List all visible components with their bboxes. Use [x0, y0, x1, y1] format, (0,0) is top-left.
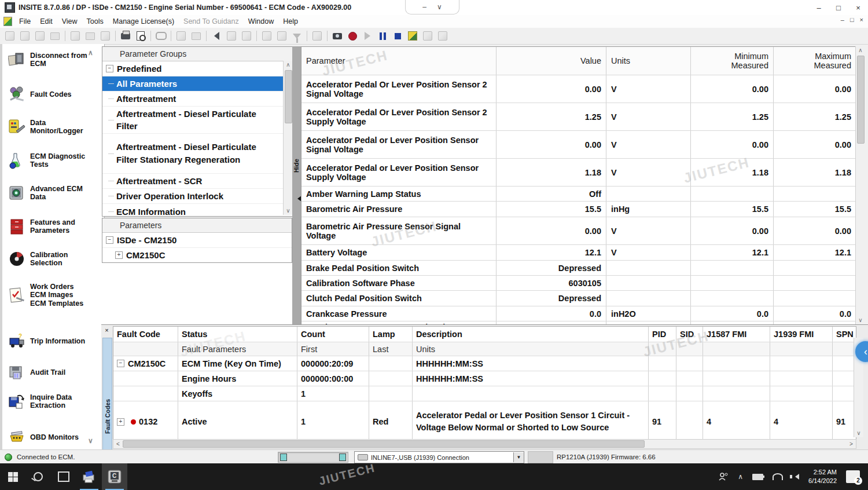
task-view-button[interactable]: [51, 463, 76, 490]
sidebar-item-features-parameters[interactable]: Features and Parameters: [8, 218, 97, 235]
menu-manage-licenses[interactable]: Manage License(s): [108, 16, 179, 27]
parameter-groups-scrollbar[interactable]: ∧ ∨: [283, 61, 293, 215]
column-header-minimum[interactable]: Minimum Measured: [691, 47, 774, 75]
tab-expand-button[interactable]: ∨: [437, 3, 442, 11]
tree-node-isde-cm2150[interactable]: − ISDe - CM2150: [102, 233, 292, 248]
connect-icon[interactable]: [189, 30, 203, 42]
column-header-j1587-fmi[interactable]: J1587 FMI: [703, 327, 770, 342]
minimize-button[interactable]: –: [809, 1, 829, 14]
cut-icon[interactable]: [68, 30, 82, 42]
close-button[interactable]: ×: [848, 1, 868, 14]
pause-icon[interactable]: [376, 30, 389, 42]
notification-center-icon[interactable]: 2: [846, 470, 860, 483]
tree-node-all-parameters[interactable]: All Parameters: [102, 76, 293, 92]
sidebar-item-data-monitor-logger[interactable]: Data Monitor/Logger: [8, 118, 97, 136]
table-row[interactable]: Accelerator Pedal Or Lever Position Sens…: [301, 75, 856, 103]
tree-node-aftertreatment-dpf[interactable]: Aftertreatment - Diesel Particulate Filt…: [102, 107, 293, 134]
filter-icon[interactable]: [290, 30, 304, 42]
print-icon[interactable]: [119, 30, 133, 42]
scroll-down-icon[interactable]: ∨: [856, 316, 865, 324]
scroll-up-icon[interactable]: ∧: [856, 46, 865, 54]
table-row[interactable]: Accelerator Pedal or Lever Position Sens…: [301, 131, 856, 159]
tree-node-aftertreatment-dpf-stationary[interactable]: Aftertreatment - Diesel Particulate Filt…: [102, 134, 293, 174]
menu-edit[interactable]: Edit: [35, 16, 57, 27]
table-row[interactable]: Calibration Software Phase 6030105: [301, 276, 856, 291]
tree-node-aftertreatment-scr[interactable]: Aftertreatment - SCR: [102, 174, 293, 189]
sidebar-item-fault-codes[interactable]: Fault Codes: [8, 86, 97, 103]
scrollbar-thumb[interactable]: [857, 56, 865, 144]
column-header-parameter[interactable]: Parameter: [301, 47, 496, 75]
taskbar-app-insite[interactable]: C: [102, 463, 127, 490]
restore-icon[interactable]: [18, 30, 32, 42]
battery-icon[interactable]: [752, 474, 763, 480]
expand-expander-icon[interactable]: +: [117, 418, 124, 426]
table-row[interactable]: Barometric Air Pressure Sensor Signal Vo…: [301, 217, 856, 245]
scroll-left-icon[interactable]: <: [113, 441, 123, 447]
maximize-button[interactable]: □: [829, 1, 848, 14]
mdi-close-button[interactable]: ×: [860, 16, 863, 23]
sidebar-item-obd-monitors[interactable]: OBD Monitors: [8, 429, 97, 446]
reset-icon[interactable]: [3, 30, 17, 42]
workorder-image-icon[interactable]: [48, 30, 62, 42]
column-header-value[interactable]: Value: [496, 47, 606, 75]
stop-icon[interactable]: [391, 30, 404, 42]
scrollbar-thumb[interactable]: [123, 440, 645, 448]
sidebar-item-inquire-data-extraction[interactable]: Inquire Data Extraction: [8, 393, 97, 410]
parameter-table-scrollbar[interactable]: ∧ ∨: [855, 46, 865, 324]
column-header-maximum[interactable]: Maximum Measured: [774, 47, 856, 75]
taskbar-app-print-utility[interactable]: [76, 463, 102, 490]
tab-collapse-button[interactable]: –: [422, 3, 426, 11]
view-report-icon[interactable]: [436, 30, 450, 42]
export-icon[interactable]: [260, 30, 274, 42]
new-page-icon[interactable]: [310, 30, 324, 42]
tree-node-predefined[interactable]: − Predefined: [102, 61, 293, 76]
menu-help[interactable]: Help: [278, 16, 303, 27]
column-header-lamp[interactable]: Lamp: [369, 327, 413, 342]
snapshot-settings-icon[interactable]: [406, 30, 420, 42]
sidebar-item-disconnect-ecm[interactable]: Disconnect from ECM: [8, 51, 97, 68]
menu-tools[interactable]: Tools: [82, 16, 108, 27]
ecm-image-icon[interactable]: [225, 30, 238, 42]
scroll-up-icon[interactable]: ∧: [284, 61, 293, 69]
collapse-expander-icon[interactable]: −: [117, 360, 124, 367]
wifi-icon[interactable]: [773, 473, 783, 480]
paste-icon[interactable]: [98, 30, 112, 42]
scroll-right-icon[interactable]: >: [847, 441, 856, 447]
table-row[interactable]: Barometric Air Pressure 15.5 inHg 15.5 1…: [301, 202, 856, 217]
fault-table-hscrollbar[interactable]: < >: [113, 439, 856, 449]
mdi-minimize-button[interactable]: –: [841, 16, 844, 23]
fault-group-row[interactable]: Keyoffs 1: [113, 386, 856, 401]
app-system-icon[interactable]: [5, 2, 15, 13]
table-row[interactable]: Accelerator Pedal or Lever Position Sens…: [301, 159, 856, 187]
sidebar-item-audit-trail[interactable]: Audit Trail: [8, 364, 97, 381]
view-grid-icon[interactable]: [421, 30, 435, 42]
tree-node-aftertreatment[interactable]: Aftertreatment: [102, 92, 293, 107]
import-icon[interactable]: [275, 30, 289, 42]
scroll-down-icon[interactable]: ∨: [284, 207, 293, 215]
menu-file[interactable]: File: [14, 16, 35, 27]
column-header-pid[interactable]: PID: [649, 327, 676, 342]
column-header-units[interactable]: Units: [606, 47, 691, 75]
audio-alert-icon[interactable]: [209, 30, 223, 42]
sidebar-item-calibration-selection[interactable]: Calibration Selection: [8, 250, 97, 268]
find-icon[interactable]: [154, 30, 168, 42]
column-header-j1939-fmi[interactable]: J1939 FMI: [770, 327, 833, 342]
column-header-fault-code[interactable]: Fault Code: [113, 327, 178, 342]
dropdown-arrow-icon[interactable]: ▼: [513, 452, 524, 462]
tree-node-driver-operation-interlock[interactable]: Driver Operation Interlock: [102, 189, 293, 204]
table-row[interactable]: Amber Warning Lamp Status Off: [301, 187, 856, 202]
fault-row-0132[interactable]: +0132 Active 1 Red Accelerator Pedal or …: [113, 401, 856, 441]
speaker-icon[interactable]: [792, 474, 799, 480]
sidebar-item-work-orders[interactable]: Work Orders ECM Images ECM Templates: [8, 283, 97, 308]
column-header-status[interactable]: Status: [178, 327, 297, 342]
expand-expander-icon[interactable]: +: [115, 251, 123, 259]
column-header-sid[interactable]: SID: [676, 327, 703, 342]
collapse-expander-icon[interactable]: −: [106, 236, 113, 244]
table-row[interactable]: Accelerator Pedal Or Lever Position Sens…: [301, 103, 856, 131]
tree-node-ecm-information[interactable]: ECM Information: [102, 204, 293, 219]
taskbar-clock[interactable]: 2:52 AM 6/14/2022: [808, 468, 837, 485]
sidebar-item-ecm-diagnostic-tests[interactable]: ECM Diagnostic Tests: [8, 152, 97, 169]
record-icon[interactable]: [345, 30, 359, 42]
connection-select[interactable]: INLINE7-,USB (J1939) Connection ▼: [354, 451, 524, 463]
tree-node-cm2150c[interactable]: + CM2150C: [102, 248, 292, 262]
